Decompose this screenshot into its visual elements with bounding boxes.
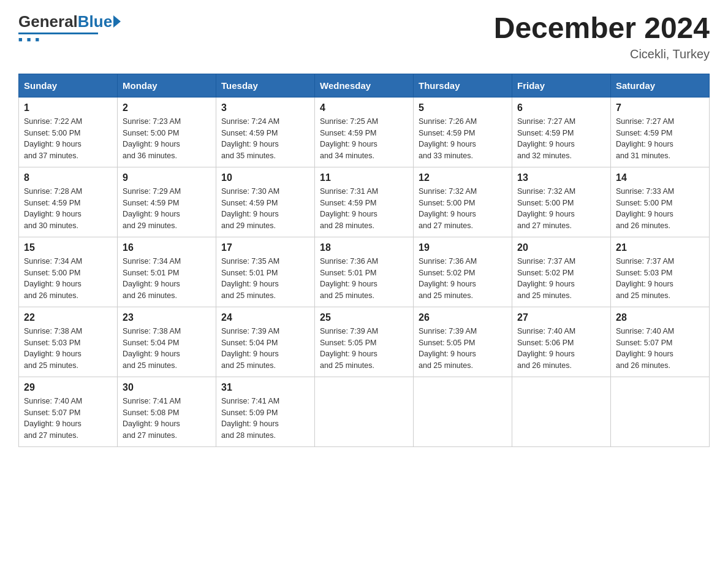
logo: General Blue ■ ■ ■ — [18, 12, 121, 43]
col-sunday: Sunday — [19, 74, 118, 97]
calendar-cell — [315, 377, 414, 446]
logo-general-text: General — [18, 12, 78, 31]
col-monday: Monday — [118, 74, 216, 97]
day-info: Sunrise: 7:39 AM Sunset: 5:05 PM Dayligh… — [320, 326, 408, 372]
calendar-cell: 14 Sunrise: 7:33 AM Sunset: 5:00 PM Dayl… — [611, 167, 710, 237]
day-number: 29 — [24, 382, 112, 393]
day-number: 3 — [221, 102, 309, 113]
logo-blue-text: Blue — [78, 12, 112, 31]
logo-triangle-icon — [113, 15, 121, 28]
day-info: Sunrise: 7:41 AM Sunset: 5:08 PM Dayligh… — [123, 396, 211, 442]
day-number: 20 — [517, 242, 605, 253]
month-title: December 2024 — [494, 12, 710, 45]
day-number: 21 — [616, 242, 704, 253]
day-number: 8 — [24, 172, 112, 183]
day-number: 26 — [419, 312, 507, 323]
day-number: 12 — [419, 172, 507, 183]
day-info: Sunrise: 7:24 AM Sunset: 4:59 PM Dayligh… — [221, 116, 309, 162]
day-info: Sunrise: 7:40 AM Sunset: 5:07 PM Dayligh… — [616, 326, 704, 372]
col-friday: Friday — [512, 74, 611, 97]
day-info: Sunrise: 7:32 AM Sunset: 5:00 PM Dayligh… — [419, 186, 507, 232]
day-number: 10 — [221, 172, 309, 183]
day-info: Sunrise: 7:34 AM Sunset: 5:00 PM Dayligh… — [24, 256, 112, 302]
calendar-cell: 19 Sunrise: 7:36 AM Sunset: 5:02 PM Dayl… — [414, 237, 512, 307]
logo-blue-part: Blue — [78, 12, 121, 31]
calendar-cell: 5 Sunrise: 7:26 AM Sunset: 4:59 PM Dayli… — [414, 97, 512, 167]
day-info: Sunrise: 7:32 AM Sunset: 5:00 PM Dayligh… — [517, 186, 605, 232]
day-info: Sunrise: 7:39 AM Sunset: 5:05 PM Dayligh… — [419, 326, 507, 372]
calendar-cell: 25 Sunrise: 7:39 AM Sunset: 5:05 PM Dayl… — [315, 307, 414, 377]
calendar-cell: 6 Sunrise: 7:27 AM Sunset: 4:59 PM Dayli… — [512, 97, 611, 167]
day-info: Sunrise: 7:29 AM Sunset: 4:59 PM Dayligh… — [123, 186, 211, 232]
calendar-cell: 27 Sunrise: 7:40 AM Sunset: 5:06 PM Dayl… — [512, 307, 611, 377]
day-number: 5 — [419, 102, 507, 113]
day-info: Sunrise: 7:23 AM Sunset: 5:00 PM Dayligh… — [123, 116, 211, 162]
day-info: Sunrise: 7:27 AM Sunset: 4:59 PM Dayligh… — [616, 116, 704, 162]
calendar-cell: 30 Sunrise: 7:41 AM Sunset: 5:08 PM Dayl… — [118, 377, 216, 446]
calendar-cell: 21 Sunrise: 7:37 AM Sunset: 5:03 PM Dayl… — [611, 237, 710, 307]
day-info: Sunrise: 7:31 AM Sunset: 4:59 PM Dayligh… — [320, 186, 408, 232]
day-number: 13 — [517, 172, 605, 183]
calendar-cell: 22 Sunrise: 7:38 AM Sunset: 5:03 PM Dayl… — [19, 307, 118, 377]
week-row-1: 1 Sunrise: 7:22 AM Sunset: 5:00 PM Dayli… — [19, 97, 710, 167]
day-number: 25 — [320, 312, 408, 323]
day-number: 16 — [123, 242, 211, 253]
day-info: Sunrise: 7:37 AM Sunset: 5:02 PM Dayligh… — [517, 256, 605, 302]
calendar-cell: 9 Sunrise: 7:29 AM Sunset: 4:59 PM Dayli… — [118, 167, 216, 237]
calendar-cell: 23 Sunrise: 7:38 AM Sunset: 5:04 PM Dayl… — [118, 307, 216, 377]
day-number: 17 — [221, 242, 309, 253]
week-row-4: 22 Sunrise: 7:38 AM Sunset: 5:03 PM Dayl… — [19, 307, 710, 377]
calendar-cell: 18 Sunrise: 7:36 AM Sunset: 5:01 PM Dayl… — [315, 237, 414, 307]
day-number: 28 — [616, 312, 704, 323]
calendar-cell: 8 Sunrise: 7:28 AM Sunset: 4:59 PM Dayli… — [19, 167, 118, 237]
location: Cicekli, Turkey — [494, 47, 710, 61]
calendar-cell: 1 Sunrise: 7:22 AM Sunset: 5:00 PM Dayli… — [19, 97, 118, 167]
day-number: 14 — [616, 172, 704, 183]
day-info: Sunrise: 7:26 AM Sunset: 4:59 PM Dayligh… — [419, 116, 507, 162]
week-row-3: 15 Sunrise: 7:34 AM Sunset: 5:00 PM Dayl… — [19, 237, 710, 307]
day-number: 19 — [419, 242, 507, 253]
day-info: Sunrise: 7:41 AM Sunset: 5:09 PM Dayligh… — [221, 396, 309, 442]
day-number: 6 — [517, 102, 605, 113]
col-saturday: Saturday — [611, 74, 710, 97]
calendar-cell: 3 Sunrise: 7:24 AM Sunset: 4:59 PM Dayli… — [216, 97, 315, 167]
calendar-cell: 4 Sunrise: 7:25 AM Sunset: 4:59 PM Dayli… — [315, 97, 414, 167]
day-info: Sunrise: 7:22 AM Sunset: 5:00 PM Dayligh… — [24, 116, 112, 162]
day-number: 23 — [123, 312, 211, 323]
day-number: 18 — [320, 242, 408, 253]
calendar-cell: 26 Sunrise: 7:39 AM Sunset: 5:05 PM Dayl… — [414, 307, 512, 377]
day-info: Sunrise: 7:33 AM Sunset: 5:00 PM Dayligh… — [616, 186, 704, 232]
day-info: Sunrise: 7:36 AM Sunset: 5:02 PM Dayligh… — [419, 256, 507, 302]
day-info: Sunrise: 7:27 AM Sunset: 4:59 PM Dayligh… — [517, 116, 605, 162]
day-info: Sunrise: 7:35 AM Sunset: 5:01 PM Dayligh… — [221, 256, 309, 302]
calendar-cell: 17 Sunrise: 7:35 AM Sunset: 5:01 PM Dayl… — [216, 237, 315, 307]
calendar-cell: 12 Sunrise: 7:32 AM Sunset: 5:00 PM Dayl… — [414, 167, 512, 237]
calendar-cell: 16 Sunrise: 7:34 AM Sunset: 5:01 PM Dayl… — [118, 237, 216, 307]
calendar-cell: 28 Sunrise: 7:40 AM Sunset: 5:07 PM Dayl… — [611, 307, 710, 377]
day-info: Sunrise: 7:38 AM Sunset: 5:03 PM Dayligh… — [24, 326, 112, 372]
day-number: 31 — [221, 382, 309, 393]
calendar-cell — [611, 377, 710, 446]
week-row-5: 29 Sunrise: 7:40 AM Sunset: 5:07 PM Dayl… — [19, 377, 710, 446]
title-section: December 2024 Cicekli, Turkey — [494, 12, 710, 61]
calendar-cell: 13 Sunrise: 7:32 AM Sunset: 5:00 PM Dayl… — [512, 167, 611, 237]
day-number: 15 — [24, 242, 112, 253]
day-info: Sunrise: 7:40 AM Sunset: 5:06 PM Dayligh… — [517, 326, 605, 372]
col-thursday: Thursday — [414, 74, 512, 97]
calendar-cell: 31 Sunrise: 7:41 AM Sunset: 5:09 PM Dayl… — [216, 377, 315, 446]
day-info: Sunrise: 7:34 AM Sunset: 5:01 PM Dayligh… — [123, 256, 211, 302]
day-info: Sunrise: 7:38 AM Sunset: 5:04 PM Dayligh… — [123, 326, 211, 372]
day-number: 9 — [123, 172, 211, 183]
calendar-cell: 7 Sunrise: 7:27 AM Sunset: 4:59 PM Dayli… — [611, 97, 710, 167]
calendar-cell: 15 Sunrise: 7:34 AM Sunset: 5:00 PM Dayl… — [19, 237, 118, 307]
col-tuesday: Tuesday — [216, 74, 315, 97]
day-info: Sunrise: 7:30 AM Sunset: 4:59 PM Dayligh… — [221, 186, 309, 232]
day-number: 1 — [24, 102, 112, 113]
day-info: Sunrise: 7:39 AM Sunset: 5:04 PM Dayligh… — [221, 326, 309, 372]
day-info: Sunrise: 7:37 AM Sunset: 5:03 PM Dayligh… — [616, 256, 704, 302]
calendar-cell: 2 Sunrise: 7:23 AM Sunset: 5:00 PM Dayli… — [118, 97, 216, 167]
page-header: General Blue ■ ■ ■ December 2024 Cicekli… — [18, 12, 710, 61]
calendar-cell: 20 Sunrise: 7:37 AM Sunset: 5:02 PM Dayl… — [512, 237, 611, 307]
calendar-cell: 11 Sunrise: 7:31 AM Sunset: 4:59 PM Dayl… — [315, 167, 414, 237]
day-number: 4 — [320, 102, 408, 113]
